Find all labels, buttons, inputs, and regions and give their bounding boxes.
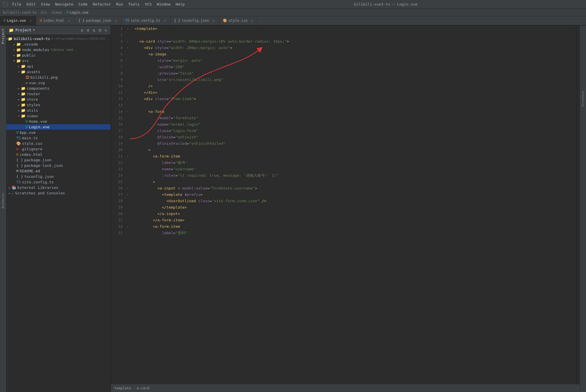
tree-label-styles: styles <box>27 103 40 107</box>
menu-file[interactable]: File <box>10 1 23 7</box>
tree-label-readme: README.md <box>20 169 40 173</box>
tree-item-app-vue[interactable]: V App.vue <box>6 130 111 135</box>
menu-tools[interactable]: Tools <box>126 1 142 7</box>
menu-navigate[interactable]: Navigate <box>53 1 76 7</box>
locate-file-btn[interactable]: ◎ <box>80 27 84 33</box>
fold-btn-27[interactable]: ▾ <box>125 192 130 198</box>
tab-tsconfig[interactable]: { } tsconfig.json ✕ <box>171 16 220 25</box>
tree-item-utils[interactable]: ▶ 📁 utils <box>6 108 111 113</box>
fold-btn-4[interactable]: ▾ <box>125 45 130 51</box>
line-num-13: 13 <box>112 102 123 109</box>
tree-item-style-css[interactable]: 🎨 style.css <box>6 141 111 146</box>
menu-code[interactable]: Code <box>76 1 90 7</box>
project-dropdown-icon[interactable]: ▼ <box>33 28 35 32</box>
fold-btn-1[interactable]: ▾ <box>125 26 130 32</box>
tree-item-components[interactable]: ▶ 📁 components <box>6 86 111 91</box>
tab-close-index[interactable]: ✕ <box>67 19 71 23</box>
tree-item-views[interactable]: ▼ 📁 views <box>6 113 111 119</box>
close-panel-btn[interactable]: ✕ <box>104 27 108 33</box>
code-line-10: /> <box>135 83 576 89</box>
tree-item-vue-svg[interactable]: ◇ vue.svg <box>6 80 111 86</box>
settings-btn[interactable]: ⚙ <box>97 27 102 33</box>
tree-item-vite-config-ts[interactable]: TS vite.config.ts <box>6 179 111 185</box>
folder-icon-public: 📁 <box>16 53 21 57</box>
structure-label[interactable]: Structure <box>581 89 585 109</box>
tab-style[interactable]: 🎨 style.css ✕ <box>219 16 258 25</box>
fold-btn-3[interactable]: ▾ <box>125 38 130 45</box>
tab-package[interactable]: { } package.json ✕ <box>75 16 122 25</box>
fold-btn-8 <box>125 70 130 77</box>
tree-label-gitignore: .gitignore <box>20 147 42 151</box>
tree-item-package-lock-json[interactable]: { } package-lock.json <box>6 163 111 168</box>
tab-login[interactable]: V Login.vue ✕ <box>0 16 36 25</box>
tree-item-gitignore[interactable]: ⊙ .gitignore <box>6 146 111 152</box>
collapse-all-btn[interactable]: ≡ <box>86 27 90 33</box>
tree-item-assets[interactable]: ▼ 📁 assets <box>6 69 111 75</box>
tree-item-bilibili-png[interactable]: 🖼 bilibili.png <box>6 75 111 80</box>
tree-item-router[interactable]: ▶ 📁 router <box>6 91 111 97</box>
tree-item-tsconfig-json[interactable]: { } tsconfig.json <box>6 174 111 179</box>
tab-vite[interactable]: TS vite.config.ts ✕ <box>122 16 171 25</box>
menu-view[interactable]: View <box>39 1 52 7</box>
tree-label-package-json: package.json <box>24 158 51 162</box>
bookmarks-label[interactable]: Bookmarks <box>1 191 5 210</box>
file-icon-app-vue: V <box>16 130 19 135</box>
tree-label-components: components <box>27 86 49 91</box>
editor-scrollbar[interactable] <box>576 26 580 384</box>
code-line-8: :preview = "false" <box>135 70 576 77</box>
tree-item-scratches[interactable]: ▶ ✏ Scratches and Consoles <box>6 190 111 196</box>
fold-btn-32[interactable]: ▾ <box>125 223 130 230</box>
tab-close-vite[interactable]: ✕ <box>163 19 167 23</box>
tree-item-main-ts[interactable]: TS main.ts <box>6 135 111 141</box>
tree-label-external-libs: External Libraries <box>17 185 58 190</box>
code-line-18: @finish = "onFinish" <box>135 134 576 140</box>
vue-file-icon: V <box>66 10 68 14</box>
tab-close-style[interactable]: ✕ <box>250 19 254 23</box>
fold-btn-26[interactable]: ▾ <box>125 185 130 192</box>
tree-item-root[interactable]: ▼ 📁 bilibili-vue3-ts D:\ProgramWorkSpace… <box>6 36 111 41</box>
code-line-14: <a-form <box>135 109 576 115</box>
line-num-15: 15 <box>112 115 123 121</box>
fold-btn-14[interactable]: ▾ <box>125 109 130 115</box>
tree-arrow-package-json <box>12 159 16 162</box>
tree-item-package-json[interactable]: { } package.json <box>6 157 111 163</box>
tree-item-login-vue[interactable]: V Login.vue <box>6 124 111 130</box>
code-line-6: style = "margin: auto" <box>135 57 576 64</box>
menu-help[interactable]: Help <box>173 1 187 7</box>
breadcrumb-src[interactable]: src <box>41 10 47 15</box>
breadcrumb-bottom-sep1: › <box>133 386 135 390</box>
fold-btn-21[interactable]: ▾ <box>125 153 130 160</box>
line-num-29: 29 <box>112 204 123 211</box>
breadcrumb-project[interactable]: bilibili-vue3-ts <box>3 10 37 15</box>
menu-window[interactable]: Window <box>155 1 173 7</box>
tree-arrow-node-modules: ▶ <box>12 48 16 51</box>
tree-item-readme[interactable]: M README.md <box>6 168 111 174</box>
menu-edit[interactable]: Edit <box>24 1 38 7</box>
tree-item-store[interactable]: ▶ 📁 store <box>6 97 111 102</box>
tab-index[interactable]: H index.html ✕ <box>36 16 75 25</box>
tree-item-api[interactable]: ▶ 📁 api <box>6 64 111 69</box>
tree-item-public[interactable]: ▶ 📁 public <box>6 53 111 58</box>
breadcrumb-a-card[interactable]: a-card <box>137 386 149 390</box>
menu-refactor[interactable]: Refactor <box>91 1 113 7</box>
tree-item-node-modules[interactable]: ▶ 📁 node_modules library root <box>6 47 111 53</box>
tree-item-styles[interactable]: ▶ 📁 styles <box>6 102 111 108</box>
code-editor[interactable]: <template> <a-card style = "width: 800px… <box>130 26 576 384</box>
tree-arrow-home-vue <box>21 120 26 123</box>
breadcrumb-views[interactable]: views <box>52 10 62 15</box>
tree-item-external-libs[interactable]: ▶ 📚 External Libraries <box>6 185 111 190</box>
tree-item-src[interactable]: ▼ 📁 src <box>6 58 111 64</box>
breadcrumb-template[interactable]: template <box>114 386 131 390</box>
tree-item-home-vue[interactable]: V Home.vue <box>6 119 111 124</box>
sort-btn[interactable]: ⇅ <box>92 27 96 33</box>
fold-btn-12[interactable]: ▾ <box>125 96 130 102</box>
menu-run[interactable]: Run <box>114 1 125 7</box>
sidebar-label-project[interactable]: Project <box>0 26 6 47</box>
tab-close-package[interactable]: ✕ <box>114 19 118 23</box>
tab-close-login[interactable]: ✕ <box>28 19 32 23</box>
tab-close-tsconfig[interactable]: ✕ <box>211 19 216 23</box>
menu-vcs[interactable]: VCS <box>142 1 154 7</box>
tree-item-vscode[interactable]: ▶ 📁 .vscode <box>6 41 111 47</box>
tree-item-index-html[interactable]: H index.html <box>6 152 111 157</box>
line-num-11: 11 <box>112 89 123 96</box>
